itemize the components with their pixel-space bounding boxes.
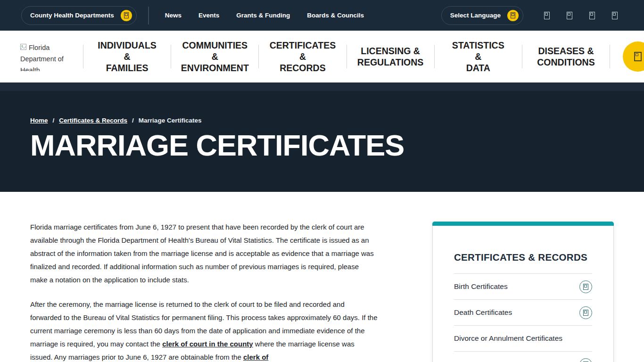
article-body: Florida marriage certificates from June … <box>30 221 378 362</box>
search-button[interactable] <box>623 41 644 72</box>
certificates-records-sidebar: CERTIFICATES & RECORDS Birth Certificate… <box>432 222 614 362</box>
topbar-divider <box>148 7 149 25</box>
nav-communities-environment[interactable]: COMMUNITIES & ENVIRONMENT <box>171 40 258 74</box>
location-icon <box>121 10 132 21</box>
social-icon-2[interactable] <box>567 12 572 19</box>
clerk-of-link[interactable]: clerk of <box>243 353 268 361</box>
sidebar-item-label: Birth Certificates <box>454 282 508 291</box>
breadcrumb-home-link[interactable]: Home <box>30 117 48 124</box>
grants-funding-link[interactable]: Grants & Funding <box>236 12 290 19</box>
select-language-button[interactable]: Select Language <box>441 6 523 25</box>
nav-individuals-families[interactable]: INDIVIDUALS & FAMILIES <box>83 40 171 74</box>
sidebar-item-label: Death Certificates <box>454 308 512 317</box>
breadcrumb-separator: / <box>132 117 134 124</box>
page-content: Florida marriage certificates from June … <box>0 192 644 362</box>
search-icon <box>634 52 642 61</box>
logo-broken-image[interactable]: Florida Department of Health <box>20 42 83 71</box>
clerk-of-court-county-link[interactable]: clerk of court in the county <box>162 340 253 348</box>
social-media-links <box>544 12 618 19</box>
main-navigation: Florida Department of Health INDIVIDUALS… <box>0 31 644 82</box>
expand-icon[interactable] <box>579 280 592 293</box>
sidebar-heading: CERTIFICATES & RECORDS <box>454 252 592 263</box>
nav-statistics-data[interactable]: STATISTICS & DATA <box>435 40 522 74</box>
news-link[interactable]: News <box>165 12 182 19</box>
globe-icon <box>507 10 519 21</box>
sidebar-item-divorce-annulment-certificates[interactable]: Divorce or Annulment Certificates <box>454 326 592 352</box>
utility-bar: County Health Departments News Events Gr… <box>0 0 644 31</box>
breadcrumb-certificates-records-link[interactable]: Certificates & Records <box>59 117 127 124</box>
sidebar-item-death-certificates[interactable]: Death Certificates <box>454 300 592 326</box>
select-language-label: Select Language <box>450 12 501 19</box>
broken-image-icon <box>20 44 27 51</box>
paragraph-2: After the ceremony, the marriage license… <box>30 298 378 362</box>
paragraph-1: Florida marriage certificates from June … <box>30 221 378 287</box>
expand-icon[interactable] <box>579 306 592 319</box>
nav-licensing-regulations[interactable]: LICENSING & REGULATIONS <box>347 45 434 68</box>
county-health-departments-label: County Health Departments <box>30 12 114 19</box>
sidebar-item-label: Marriage Certificates <box>454 361 521 362</box>
page-hero: Home / Certificates & Records / Marriage… <box>0 82 644 192</box>
social-icon-1[interactable] <box>544 12 550 19</box>
breadcrumb-separator: / <box>53 117 55 124</box>
breadcrumb-current: Marriage Certificates <box>139 117 202 124</box>
sidebar-accent-bar <box>432 222 614 226</box>
sidebar-item-marriage-certificates[interactable]: Marriage Certificates <box>454 352 592 362</box>
nav-diseases-conditions[interactable]: DISEASES & CONDITIONS <box>522 45 610 68</box>
nav-divider <box>610 45 610 68</box>
sidebar-item-birth-certificates[interactable]: Birth Certificates <box>454 274 592 300</box>
breadcrumb: Home / Certificates & Records / Marriage… <box>30 117 644 124</box>
social-icon-3[interactable] <box>589 12 595 19</box>
county-health-departments-button[interactable]: County Health Departments <box>21 6 137 25</box>
page-title: MARRIAGE CERTIFICATES <box>30 131 644 160</box>
expand-icon[interactable] <box>579 358 592 362</box>
boards-councils-link[interactable]: Boards & Councils <box>307 12 364 19</box>
sidebar-item-label: Divorce or Annulment Certificates <box>454 334 562 343</box>
social-icon-4[interactable] <box>612 12 618 19</box>
events-link[interactable]: Events <box>198 12 219 19</box>
nav-certificates-records[interactable]: CERTIFICATES & RECORDS <box>259 40 346 74</box>
utility-links: News Events Grants & Funding Boards & Co… <box>165 12 364 19</box>
